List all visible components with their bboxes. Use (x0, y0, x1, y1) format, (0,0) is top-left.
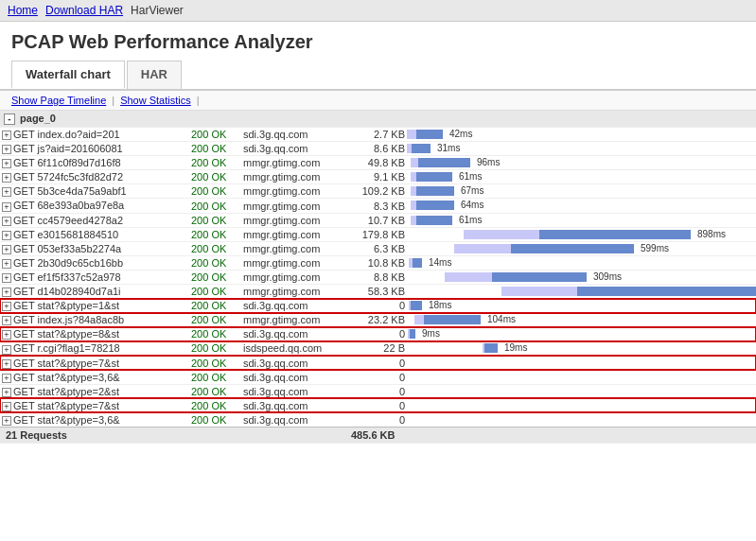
request-size: 58.3 KB (345, 285, 407, 299)
request-waterfall: 64ms (407, 199, 756, 213)
request-waterfall: 67ms (407, 184, 756, 199)
table-row[interactable]: +GET index.do?aid=201 200 OK sdi.3g.qq.c… (0, 128, 756, 142)
request-status: 200 OK (189, 398, 241, 412)
request-size: 8.8 KB (345, 270, 407, 284)
row-expand-icon[interactable]: + (2, 330, 11, 340)
group-expand-icon[interactable]: - (4, 113, 15, 125)
home-link[interactable]: Home (8, 4, 38, 17)
request-waterfall (407, 356, 756, 370)
table-row[interactable]: +GET r.cgi?flag1=78218 200 OK isdspeed.q… (0, 341, 756, 356)
request-status: 200 OK (189, 142, 241, 156)
row-expand-icon[interactable]: + (2, 388, 11, 397)
request-status: 200 OK (189, 370, 241, 384)
table-row[interactable]: +GET stat?&ptype=3,6& 200 OK sdi.3g.qq.c… (0, 370, 756, 384)
request-host: sdi.3g.qq.com (241, 142, 345, 156)
row-expand-icon[interactable]: + (2, 273, 11, 283)
table-row[interactable]: +GET 2b30d9c65cb16bb 200 OK mmgr.gtimg.c… (0, 255, 756, 270)
request-status: 200 OK (189, 156, 241, 170)
request-name: +GET stat?&ptype=7&st (0, 398, 189, 412)
request-waterfall (407, 370, 756, 384)
table-row[interactable]: +GET stat?&ptype=8&st 200 OK sdi.3g.qq.c… (0, 327, 756, 341)
table-row[interactable]: +GET stat?&ptype=3,6& 200 OK sdi.3g.qq.c… (0, 412, 756, 427)
request-host: sdi.3g.qq.com (241, 384, 345, 398)
table-row[interactable]: +GET 5724fc5c3fd82d72 200 OK mmgr.gtimg.… (0, 170, 756, 184)
row-expand-icon[interactable]: + (2, 245, 11, 254)
request-host: sdi.3g.qq.com (241, 128, 345, 142)
request-status: 200 OK (189, 170, 241, 184)
request-waterfall: 31ms (407, 142, 756, 156)
request-host: mmgr.gtimg.com (241, 241, 345, 255)
row-expand-icon[interactable]: + (2, 316, 11, 325)
table-row[interactable]: +GET stat?&ptype=7&st 200 OK sdi.3g.qq.c… (0, 398, 756, 412)
table-row[interactable]: +GET 6f11c0f89d7d16f8 200 OK mmgr.gtimg.… (0, 156, 756, 170)
row-expand-icon[interactable]: + (2, 159, 11, 168)
row-expand-icon[interactable]: + (2, 173, 11, 183)
footer-total-size: 485.6 KB (345, 427, 407, 443)
table-row[interactable]: +GET 5b3ce4da75a9abf1 200 OK mmgr.gtimg.… (0, 184, 756, 199)
table-row[interactable]: +GET cc4579eed4278a2 200 OK mmgr.gtimg.c… (0, 213, 756, 227)
row-expand-icon[interactable]: + (2, 131, 11, 140)
request-status: 200 OK (189, 356, 241, 370)
row-expand-icon[interactable]: + (2, 217, 11, 226)
row-expand-icon[interactable]: + (2, 416, 11, 426)
row-expand-icon[interactable]: + (2, 402, 11, 411)
request-name: +GET r.cgi?flag1=78218 (0, 341, 189, 356)
request-size: 0 (345, 398, 407, 412)
request-name: +GET cc4579eed4278a2 (0, 213, 189, 227)
row-expand-icon[interactable]: + (2, 259, 11, 269)
row-expand-icon[interactable]: + (2, 345, 11, 355)
request-name: +GET js?aid=201606081 (0, 142, 189, 156)
request-size: 109.2 KB (345, 184, 407, 199)
row-expand-icon[interactable]: + (2, 187, 11, 197)
request-host: mmgr.gtimg.com (241, 184, 345, 199)
request-host: mmgr.gtimg.com (241, 255, 345, 270)
request-name: +GET e3015681884510 (0, 227, 189, 241)
table-row[interactable]: +GET d14b028940d7a1i 200 OK mmgr.gtimg.c… (0, 285, 756, 299)
row-expand-icon[interactable]: + (2, 145, 11, 154)
request-waterfall: 309ms (407, 270, 756, 284)
table-row[interactable]: +GET stat?&ptype=7&st 200 OK sdi.3g.qq.c… (0, 356, 756, 370)
row-expand-icon[interactable]: + (2, 374, 11, 383)
request-waterfall: 9ms (407, 327, 756, 341)
table-row[interactable]: +GET ef1f5f337c52a978 200 OK mmgr.gtimg.… (0, 270, 756, 284)
show-page-timeline-link[interactable]: Show Page Timeline (11, 95, 106, 106)
request-name: +GET stat?&ptype=7&st (0, 356, 189, 370)
page-title: PCAP Web Performance Analyzer (0, 22, 756, 61)
row-expand-icon[interactable]: + (2, 288, 11, 297)
table-row[interactable]: +GET 68e393a0ba97e8a 200 OK mmgr.gtimg.c… (0, 199, 756, 213)
footer-count: 21 Requests (0, 427, 189, 443)
request-waterfall: 42ms (407, 128, 756, 142)
table-row[interactable]: +GET e3015681884510 200 OK mmgr.gtimg.co… (0, 227, 756, 241)
row-expand-icon[interactable]: + (2, 302, 11, 311)
group-row: - page_0 (0, 111, 756, 128)
table-row[interactable]: +GET stat?&ptype=2&st 200 OK sdi.3g.qq.c… (0, 384, 756, 398)
request-size: 9.1 KB (345, 170, 407, 184)
footer-row: 21 Requests 485.6 KB (0, 427, 756, 443)
download-har-link[interactable]: Download HAR (45, 4, 123, 17)
table-row[interactable]: +GET 053ef33a5b2274a 200 OK mmgr.gtimg.c… (0, 241, 756, 255)
table-row[interactable]: +GET index.js?84a8ac8b 200 OK mmgr.gtimg… (0, 313, 756, 327)
tab-waterfall[interactable]: Waterfall chart (11, 61, 125, 89)
request-name: +GET 6f11c0f89d7d16f8 (0, 156, 189, 170)
request-name: +GET 68e393a0ba97e8a (0, 199, 189, 213)
request-size: 6.3 KB (345, 241, 407, 255)
tab-har[interactable]: HAR (127, 61, 182, 89)
table-row[interactable]: +GET stat?&ptype=1&st 200 OK sdi.3g.qq.c… (0, 299, 756, 313)
row-expand-icon[interactable]: + (2, 359, 11, 369)
row-expand-icon[interactable]: + (2, 202, 11, 212)
table-row[interactable]: +GET js?aid=201606081 200 OK sdi.3g.qq.c… (0, 142, 756, 156)
request-waterfall: 96ms (407, 156, 756, 170)
request-waterfall (407, 384, 756, 398)
show-statistics-link[interactable]: Show Statistics (120, 95, 191, 106)
request-size: 0 (345, 327, 407, 341)
request-size: 10.7 KB (345, 213, 407, 227)
request-host: mmgr.gtimg.com (241, 227, 345, 241)
request-waterfall: 599ms (407, 241, 756, 255)
request-waterfall: 18ms (407, 299, 756, 313)
row-expand-icon[interactable]: + (2, 231, 11, 240)
request-status: 200 OK (189, 270, 241, 284)
request-status: 200 OK (189, 213, 241, 227)
request-host: sdi.3g.qq.com (241, 412, 345, 427)
request-size: 0 (345, 412, 407, 427)
request-waterfall: 1.8s (407, 285, 756, 299)
